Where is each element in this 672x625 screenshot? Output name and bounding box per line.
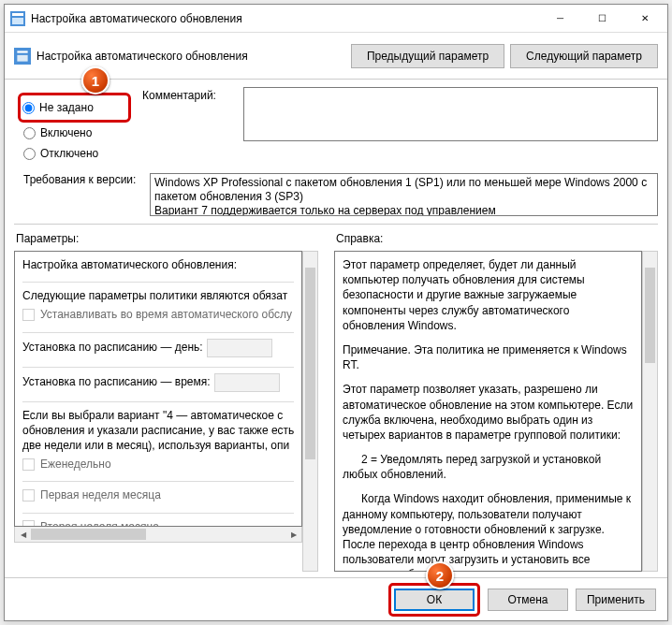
option-sched-day-label: Установка по расписанию — день: xyxy=(22,340,203,355)
radio-disabled-label: Отключено xyxy=(40,147,98,160)
radio-not-configured-input[interactable] xyxy=(22,102,35,114)
svg-rect-4 xyxy=(17,51,27,52)
help-title: Справка: xyxy=(334,230,658,251)
help-para-2: Примечание. Эта политика не применяется … xyxy=(343,342,634,372)
option-sched-time: Установка по расписанию — время: xyxy=(22,373,294,392)
options-mandatory-text: Следующие параметры политики являются об… xyxy=(22,288,294,303)
maximize-button[interactable]: ☐ xyxy=(581,5,623,32)
apply-button[interactable]: Применить xyxy=(576,589,656,611)
dropdown-placeholder[interactable] xyxy=(214,373,280,392)
help-para-3: Этот параметр позволяет указать, разреше… xyxy=(343,382,634,443)
callout-1-badge: 1 xyxy=(81,66,110,94)
minimize-button[interactable]: ─ xyxy=(539,5,581,32)
radio-enabled[interactable]: Включено xyxy=(23,123,131,143)
highlight-not-configured: Не задано xyxy=(18,93,131,123)
horizontal-divider xyxy=(14,224,658,225)
next-setting-button[interactable]: Следующий параметр xyxy=(510,44,658,68)
state-radio-group: Не задано Включено Отключено xyxy=(23,87,131,164)
option-variant4-text: Если вы выбрали вариант "4 — автоматичес… xyxy=(22,408,294,454)
help-para-1: Этот параметр определяет, будет ли данны… xyxy=(343,257,634,333)
checkbox-icon xyxy=(22,458,35,471)
options-header: Настройка автоматического обновления: xyxy=(22,257,294,272)
svg-rect-1 xyxy=(12,13,23,16)
window-title: Настройка автоматического обновления xyxy=(31,12,539,25)
vertical-scrollbar[interactable] xyxy=(302,251,318,572)
cancel-button[interactable]: Отмена xyxy=(488,589,568,611)
option-week1-label: Первая неделя месяца xyxy=(40,487,161,502)
option-week1[interactable]: Первая неделя месяца xyxy=(22,487,294,502)
options-panel: Параметры: Настройка автоматического обн… xyxy=(14,230,323,572)
radio-disabled[interactable]: Отключено xyxy=(23,143,131,164)
checkbox-icon xyxy=(22,520,35,527)
option-sched-day: Установка по расписанию — день: xyxy=(22,339,294,357)
vertical-scrollbar[interactable] xyxy=(642,251,658,572)
options-title: Параметры: xyxy=(14,230,323,251)
option-week2-label: Вторая неделя месяца xyxy=(40,519,159,528)
help-para-5: Когда Windows находит обновления, примен… xyxy=(343,491,634,572)
option-week2[interactable]: Вторая неделя месяца xyxy=(22,519,294,528)
option-auto-install-label: Устанавливать во время автоматического о… xyxy=(40,307,292,322)
option-weekly-label: Еженедельно xyxy=(40,457,111,472)
radio-enabled-input[interactable] xyxy=(23,127,36,139)
comment-label: Комментарий: xyxy=(142,87,236,164)
titlebar: Настройка автоматического обновления ─ ☐… xyxy=(5,5,667,33)
options-body: Настройка автоматического обновления: Сл… xyxy=(14,251,302,527)
ok-button[interactable]: ОК xyxy=(394,589,475,611)
option-sched-time-label: Установка по расписанию — время: xyxy=(22,374,211,389)
window-icon xyxy=(10,11,25,26)
checkbox-icon xyxy=(22,309,35,321)
scroll-right-icon[interactable]: ▶ xyxy=(285,527,301,542)
svg-rect-5 xyxy=(17,54,27,61)
radio-disabled-input[interactable] xyxy=(23,148,36,160)
radio-enabled-label: Включено xyxy=(40,126,92,139)
horizontal-scrollbar[interactable]: ◀ ▶ xyxy=(14,527,302,543)
requirements-label: Требования к версии: xyxy=(23,173,142,216)
svg-rect-2 xyxy=(12,18,23,24)
radio-not-configured[interactable]: Не задано xyxy=(22,97,123,118)
previous-setting-button[interactable]: Предыдущий параметр xyxy=(351,44,504,68)
option-auto-install[interactable]: Устанавливать во время автоматического о… xyxy=(22,307,294,322)
dropdown-placeholder[interactable] xyxy=(207,339,272,357)
radio-not-configured-label: Не задано xyxy=(39,101,94,114)
option-weekly[interactable]: Еженедельно xyxy=(22,457,294,472)
callout-2-badge: 2 xyxy=(426,561,454,589)
state-area: 1 Не задано Включено Отключено Комментар… xyxy=(5,80,667,173)
help-panel: Справка: Этот параметр определяет, будет… xyxy=(334,230,658,572)
requirements-text[interactable]: Windows XP Professional с пакетом обновл… xyxy=(150,173,658,216)
scroll-left-icon[interactable]: ◀ xyxy=(15,527,31,542)
policy-icon xyxy=(14,48,31,65)
checkbox-icon xyxy=(22,489,35,501)
footer: 2 ОК Отмена Применить xyxy=(5,577,667,620)
close-button[interactable]: ✕ xyxy=(623,5,665,32)
help-para-4: 2 = Уведомлять перед загрузкой и установ… xyxy=(343,452,634,482)
comment-textarea[interactable] xyxy=(243,87,658,141)
help-body: Этот параметр определяет, будет ли данны… xyxy=(334,251,642,572)
policy-title: Настройка автоматического обновления xyxy=(37,50,345,63)
